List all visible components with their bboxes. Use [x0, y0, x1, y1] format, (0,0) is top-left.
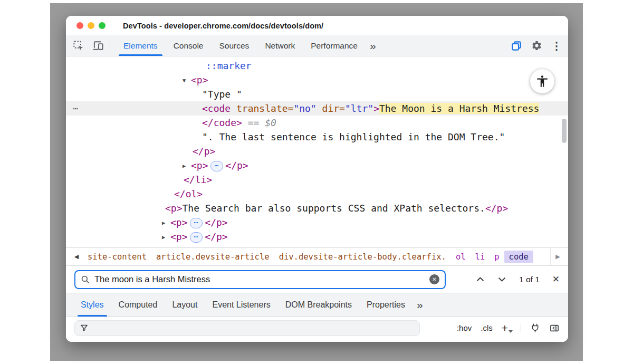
- dom-tag: </p>: [225, 160, 248, 171]
- dom-node-code-selected[interactable]: ⋯<code translate="no" dir="ltr">The Moon…: [66, 101, 568, 116]
- toolbar-divider: [110, 40, 110, 52]
- vertical-scrollbar-thumb[interactable]: [562, 119, 567, 143]
- collapsed-content-pill[interactable]: ⋯: [190, 218, 203, 228]
- dom-attr-name: translate=: [231, 103, 293, 114]
- tab-performance[interactable]: Performance: [303, 35, 366, 56]
- dom-node-ol-close[interactable]: </ol>: [66, 187, 568, 201]
- sidebar-tabs: Styles Computed Layout Event Listeners D…: [66, 293, 568, 317]
- next-result-icon[interactable]: [497, 275, 506, 284]
- zoom-window-button[interactable]: [99, 22, 106, 29]
- previous-result-icon[interactable]: [476, 275, 485, 284]
- dom-text-node[interactable]: "Type ": [66, 87, 568, 101]
- tab-layout[interactable]: Layout: [165, 293, 205, 317]
- dom-tag: >: [373, 103, 379, 114]
- toggle-classes-button[interactable]: .cls: [481, 323, 493, 332]
- dom-attr-value: "ltr": [345, 103, 373, 114]
- collapsed-content-pill[interactable]: ⋯: [190, 232, 203, 243]
- dom-text: "Type ": [202, 89, 242, 100]
- dom-attr-value: "no": [293, 103, 316, 114]
- more-tabs-icon[interactable]: »: [366, 35, 380, 56]
- more-sidebar-tabs-icon[interactable]: »: [413, 293, 427, 317]
- tab-elements[interactable]: Elements: [116, 35, 166, 56]
- dom-tree-panel: ::marker ▼<p> "Type " ⋯<code translate="…: [66, 56, 568, 247]
- node-actions-dots-icon[interactable]: ⋯: [73, 101, 79, 116]
- tab-styles[interactable]: Styles: [73, 293, 111, 317]
- dom-tag: </p>: [485, 203, 508, 214]
- dom-text: ". The last sentence is highlighted in t…: [202, 131, 505, 142]
- tab-computed[interactable]: Computed: [111, 293, 165, 317]
- device-toolbar-icon[interactable]: [92, 40, 104, 52]
- expand-arrow-icon[interactable]: ▶: [162, 216, 170, 230]
- screenshot-stage: DevTools - developer.chrome.com/docs/dev…: [0, 0, 633, 364]
- dom-tag: </p>: [193, 146, 215, 157]
- new-style-rule-button[interactable]: +: [502, 322, 512, 333]
- breadcrumb-back-icon[interactable]: ◀: [70, 253, 83, 260]
- toggle-hover-state-button[interactable]: :hov: [457, 323, 472, 332]
- dom-tag: <code: [202, 103, 231, 114]
- dom-attr-name: dir=: [316, 103, 345, 114]
- styles-toolbar: :hov .cls +: [66, 317, 568, 342]
- breadcrumb-item[interactable]: site-content: [83, 251, 151, 263]
- close-window-button[interactable]: [76, 22, 83, 29]
- accessibility-overlay-button[interactable]: [530, 69, 554, 93]
- clear-glyph: ✕: [432, 277, 436, 282]
- dom-node-p-search[interactable]: <p>The Search bar also supports CSS and …: [66, 201, 568, 215]
- search-input-box[interactable]: ✕: [74, 270, 446, 289]
- dom-node-marker[interactable]: ::marker: [66, 59, 568, 73]
- dom-text: The Search bar also supports CSS and XPa…: [183, 203, 485, 214]
- styles-filter-input[interactable]: [74, 320, 420, 336]
- dom-tag: <p>: [191, 160, 208, 171]
- tab-console[interactable]: Console: [166, 35, 212, 56]
- breadcrumb-item[interactable]: p: [490, 251, 504, 263]
- expand-arrow-icon[interactable]: ▶: [162, 230, 170, 244]
- dom-tag: </ol>: [174, 188, 203, 199]
- tab-dom-breakpoints[interactable]: DOM Breakpoints: [278, 293, 359, 317]
- dom-node-p-open[interactable]: ▼<p>: [66, 73, 568, 87]
- dom-tag: </p>: [205, 217, 227, 228]
- plus-glyph: +: [502, 322, 508, 334]
- breadcrumb-item[interactable]: ol: [451, 251, 471, 263]
- collapsed-content-pill[interactable]: ⋯: [210, 161, 224, 171]
- search-input-field[interactable]: [94, 274, 425, 284]
- breadcrumb-item-selected[interactable]: code: [504, 251, 533, 263]
- dollar-zero-annotation: == $0: [242, 117, 276, 128]
- breadcrumb-item[interactable]: article.devsite-article: [151, 251, 274, 263]
- clear-search-icon[interactable]: ✕: [429, 274, 439, 284]
- plus-caret-icon: [509, 330, 513, 333]
- dom-tag: <p>: [165, 203, 183, 214]
- dom-node-p-collapsed[interactable]: ▶<p>⋯</p>: [66, 229, 568, 244]
- dom-tag: <p>: [191, 74, 208, 85]
- dom-tag: </code>: [202, 117, 242, 128]
- dom-node-p-close[interactable]: </p>: [66, 144, 568, 158]
- tab-properties[interactable]: Properties: [359, 293, 413, 317]
- breadcrumb-item[interactable]: li: [471, 251, 490, 263]
- collapse-arrow-icon[interactable]: ▼: [183, 73, 191, 88]
- traffic-lights: [76, 22, 106, 29]
- breadcrumb-forward-icon[interactable]: ▶: [550, 248, 565, 265]
- toggle-sidebar-icon[interactable]: [549, 323, 560, 333]
- window-title: DevTools - developer.chrome.com/docs/dev…: [123, 22, 323, 30]
- plug-icon[interactable]: [530, 323, 540, 333]
- dom-pseudo-element: ::marker: [206, 60, 252, 71]
- tab-event-listeners[interactable]: Event Listeners: [205, 293, 277, 317]
- minimize-window-button[interactable]: [88, 22, 94, 29]
- inspect-element-icon[interactable]: [72, 40, 84, 52]
- kebab-menu-icon[interactable]: ⋮: [551, 41, 562, 51]
- dom-tag: <p>: [170, 217, 188, 228]
- dom-tag: </p>: [205, 231, 227, 242]
- devtools-toolbar: Elements Console Sources Network Perform…: [66, 35, 568, 56]
- panel-tabs: Elements Console Sources Network Perform…: [116, 35, 380, 56]
- breadcrumb-item[interactable]: div.devsite-article-body.clearfix.: [274, 251, 451, 263]
- tab-network[interactable]: Network: [257, 35, 303, 56]
- tab-sources[interactable]: Sources: [212, 35, 257, 56]
- dom-node-p-collapsed[interactable]: ▶<p>⋯</p>: [66, 158, 568, 173]
- settings-gear-icon[interactable]: [531, 40, 542, 51]
- dom-node-li-close[interactable]: </li>: [66, 173, 568, 187]
- close-search-icon[interactable]: ✕: [552, 274, 560, 285]
- copy-icon[interactable]: [511, 40, 522, 52]
- expand-arrow-icon[interactable]: ▶: [183, 159, 191, 173]
- dom-node-p-collapsed[interactable]: ▶<p>⋯</p>: [66, 215, 568, 229]
- search-highlighted-text: The Moon is a Harsh Mistress: [379, 103, 539, 114]
- dom-node-code-close[interactable]: </code> == $0: [66, 116, 568, 130]
- dom-text-node[interactable]: ". The last sentence is highlighted in t…: [66, 130, 568, 144]
